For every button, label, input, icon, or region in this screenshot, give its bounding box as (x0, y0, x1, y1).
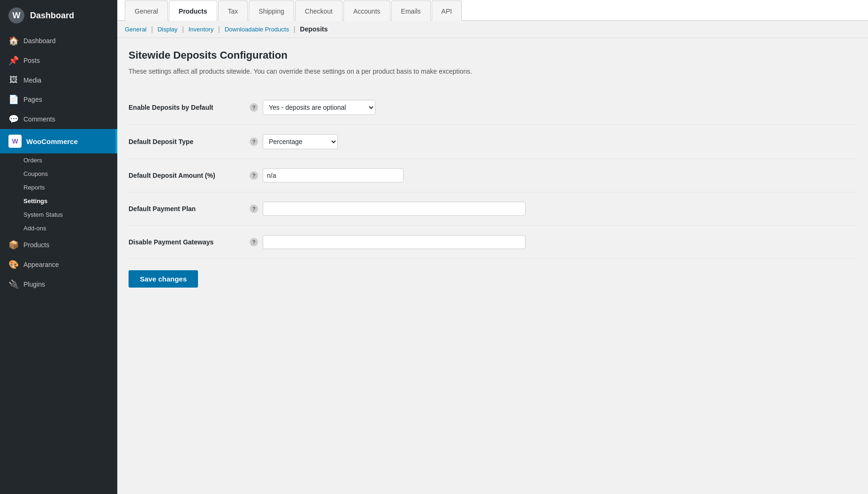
tab-checkout[interactable]: Checkout (295, 0, 343, 21)
sidebar-item-reports[interactable]: Reports (0, 181, 117, 194)
sidebar-logo[interactable]: W Dashboard (0, 0, 117, 31)
appearance-icon: 🎨 (8, 259, 19, 270)
tab-emails[interactable]: Emails (391, 0, 431, 21)
sidebar-woocommerce[interactable]: W WooCommerce (0, 129, 117, 153)
payment-plan-field: ? (250, 202, 853, 216)
pages-icon: 📄 (8, 94, 19, 105)
page-description: These settings affect all products sitew… (129, 66, 857, 76)
save-button[interactable]: Save changes (129, 270, 198, 288)
enable-deposits-field: ? Yes - deposits are optional Yes - depo… (250, 100, 853, 115)
sep3: | (218, 25, 220, 33)
payment-plan-input[interactable] (263, 202, 525, 216)
tab-products[interactable]: Products (169, 0, 217, 21)
sidebar-item-settings[interactable]: Settings (0, 194, 117, 208)
sidebar-item-label: Posts (23, 57, 40, 64)
disable-gateways-label: Disable Payment Gateways (129, 238, 213, 246)
sidebar-item-add-ons[interactable]: Add-ons (0, 221, 117, 235)
payment-plan-help-icon[interactable]: ? (250, 205, 258, 213)
sidebar-nav-products[interactable]: 📦 Products (0, 235, 117, 255)
field-row-disable-gateways: Disable Payment Gateways ? (129, 226, 857, 259)
tabs-bar: General Products Tax Shipping Checkout A… (117, 0, 868, 21)
sep2: | (182, 25, 184, 33)
tab-general[interactable]: General (125, 0, 168, 21)
field-row-deposit-amount: Default Deposit Amount (%) ? (129, 159, 857, 192)
sidebar-item-coupons[interactable]: Coupons (0, 167, 117, 181)
sidebar-item-system-status[interactable]: System Status (0, 208, 117, 221)
subtab-downloadable[interactable]: Downloadable Products (225, 26, 289, 33)
payment-plan-label: Default Payment Plan (129, 205, 196, 213)
sidebar-nav-plugins[interactable]: 🔌 Plugins (0, 274, 117, 294)
sidebar-item-orders[interactable]: Orders (0, 153, 117, 167)
deposit-amount-input[interactable] (263, 168, 404, 182)
sidebar-item-label: Plugins (23, 281, 45, 288)
deposit-amount-label: Default Deposit Amount (%) (129, 172, 215, 179)
deposit-type-field: ? Percentage Fixed Amount (250, 134, 853, 149)
content-area: Sitewide Deposits Configuration These se… (117, 38, 868, 494)
tab-shipping[interactable]: Shipping (249, 0, 294, 21)
woocommerce-label: WooCommerce (26, 137, 78, 145)
tab-tax[interactable]: Tax (218, 0, 248, 21)
subtabs-bar: General | Display | Inventory | Download… (117, 21, 868, 38)
field-row-enable-deposits: Enable Deposits by Default ? Yes - depos… (129, 91, 857, 125)
sidebar-item-label: Appearance (23, 261, 59, 268)
enable-deposits-help-icon[interactable]: ? (250, 103, 258, 112)
woo-icon: W (8, 135, 22, 148)
sidebar-item-label: Products (23, 241, 49, 249)
enable-deposits-select[interactable]: Yes - deposits are optional Yes - deposi… (263, 100, 375, 115)
main-content: General Products Tax Shipping Checkout A… (117, 0, 868, 494)
enable-deposits-label: Enable Deposits by Default (129, 104, 213, 111)
deposit-type-label: Default Deposit Type (129, 138, 193, 145)
deposit-type-select[interactable]: Percentage Fixed Amount (263, 134, 338, 149)
sidebar-nav-posts[interactable]: 📌 Posts (0, 51, 117, 70)
wp-icon: W (8, 8, 24, 23)
sidebar-logo-label: Dashboard (30, 11, 74, 21)
sidebar-item-label: Media (23, 76, 41, 84)
subtab-deposits-current: Deposits (300, 25, 327, 33)
products-icon: 📦 (8, 240, 19, 250)
sidebar-nav-pages[interactable]: 📄 Pages (0, 90, 117, 109)
disable-gateways-help-icon[interactable]: ? (250, 238, 258, 246)
subtab-inventory[interactable]: Inventory (189, 26, 213, 33)
field-row-deposit-type: Default Deposit Type ? Percentage Fixed … (129, 125, 857, 159)
disable-gateways-input[interactable] (263, 235, 525, 249)
deposit-amount-help-icon[interactable]: ? (250, 171, 258, 180)
comments-icon: 💬 (8, 114, 19, 124)
page-title: Sitewide Deposits Configuration (129, 49, 857, 61)
media-icon: 🖼 (8, 75, 19, 85)
sep1: | (151, 25, 153, 33)
disable-gateways-field: ? (250, 235, 853, 249)
sidebar: W Dashboard 🏠 Dashboard 📌 Posts 🖼 Media … (0, 0, 117, 494)
subtab-general[interactable]: General (125, 26, 146, 33)
sidebar-item-label: Comments (23, 115, 55, 123)
deposit-amount-field: ? (250, 168, 853, 182)
sidebar-nav-media[interactable]: 🖼 Media (0, 70, 117, 90)
sidebar-nav-appearance[interactable]: 🎨 Appearance (0, 255, 117, 274)
sidebar-item-label: Pages (23, 96, 42, 103)
settings-form: Enable Deposits by Default ? Yes - depos… (129, 91, 857, 259)
sep4: | (294, 25, 296, 33)
field-row-payment-plan: Default Payment Plan ? (129, 192, 857, 226)
deposit-type-help-icon[interactable]: ? (250, 137, 258, 146)
sidebar-item-label: Dashboard (23, 37, 56, 45)
sidebar-nav-comments[interactable]: 💬 Comments (0, 109, 117, 129)
plugins-icon: 🔌 (8, 279, 19, 289)
dashboard-icon: 🏠 (8, 36, 19, 46)
sidebar-nav-dashboard[interactable]: 🏠 Dashboard (0, 31, 117, 51)
tab-accounts[interactable]: Accounts (343, 0, 390, 21)
posts-icon: 📌 (8, 55, 19, 66)
subtab-display[interactable]: Display (158, 26, 178, 33)
tab-api[interactable]: API (432, 0, 462, 21)
